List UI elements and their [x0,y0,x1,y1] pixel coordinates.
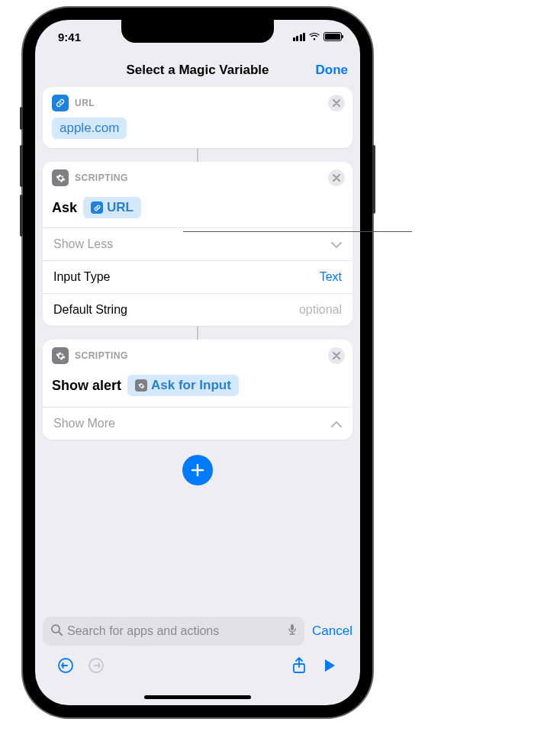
redo-button [81,657,111,674]
connector-line [197,326,198,340]
search-placeholder: Search for apps and actions [67,624,283,638]
link-icon [91,201,103,214]
url-value-chip[interactable]: apple.com [52,118,127,139]
scripting-ask-card[interactable]: SCRIPTING Ask URL Show Less [43,162,352,326]
add-action-button[interactable] [182,455,213,485]
phone-frame: 9:41 Select a Magic Variable Done [23,8,372,717]
cellular-icon [293,33,306,41]
default-string-label: Default String [53,303,127,317]
done-button[interactable]: Done [316,63,349,78]
volume-down [20,195,23,237]
close-icon[interactable] [328,169,345,186]
screen: 9:41 Select a Magic Variable Done [35,20,360,705]
show-less-label: Show Less [53,237,113,251]
gear-icon [135,379,147,392]
callout-line [183,231,412,232]
card-title-scripting2: SCRIPTING [75,350,128,361]
play-button[interactable] [314,659,345,672]
url-action-card[interactable]: URL apple.com [43,87,352,148]
undo-button[interactable] [50,657,81,674]
search-input[interactable]: Search for apps and actions [43,617,304,646]
volume-up [20,145,23,187]
chevron-down-icon [331,237,342,251]
battery-icon [323,32,342,41]
notch [121,20,274,43]
input-type-label: Input Type [53,270,110,284]
chevron-up-icon [331,417,342,430]
url-variable-chip[interactable]: URL [83,197,141,218]
callout-endpoint [409,231,410,232]
dictation-icon[interactable] [288,624,297,639]
card-title-url: URL [75,98,95,108]
home-indicator[interactable] [144,695,251,699]
gear-icon [52,347,69,364]
url-variable-text: URL [107,200,134,215]
nav-bar: Select a Magic Variable Done [35,53,360,87]
input-type-row[interactable]: Input Type Text [43,260,352,293]
close-icon[interactable] [328,347,345,364]
ask-for-input-variable-chip[interactable]: Ask for Input [127,375,239,396]
ask-label: Ask [52,200,77,216]
share-button[interactable] [284,656,314,675]
side-button [372,145,375,214]
svg-rect-1 [291,624,294,630]
connector-line [197,148,198,162]
search-icon [50,624,63,639]
status-time: 9:41 [53,31,81,44]
default-string-row[interactable]: Default String optional [43,293,352,326]
link-icon [52,95,69,111]
close-icon[interactable] [328,95,345,111]
status-icons [293,32,343,41]
page-title: Select a Magic Variable [126,63,269,78]
search-area: Search for apps and actions Cancel [43,617,352,646]
show-less-row[interactable]: Show Less [43,227,352,260]
show-more-label: Show More [53,417,115,430]
bottom-toolbar [35,649,360,682]
mute-switch [20,107,23,130]
default-string-placeholder: optional [299,303,342,317]
url-chip-text: apple.com [60,121,119,136]
cancel-button[interactable]: Cancel [312,624,352,639]
show-alert-label: Show alert [52,378,121,394]
input-type-value: Text [320,270,342,284]
scripting-alert-card[interactable]: SCRIPTING Show alert Ask for Input [43,340,352,440]
gear-icon [52,169,69,186]
card-title-scripting: SCRIPTING [75,172,128,183]
show-more-row[interactable]: Show More [43,407,352,440]
ask-for-input-text: Ask for Input [151,378,231,393]
wifi-icon [308,32,320,41]
